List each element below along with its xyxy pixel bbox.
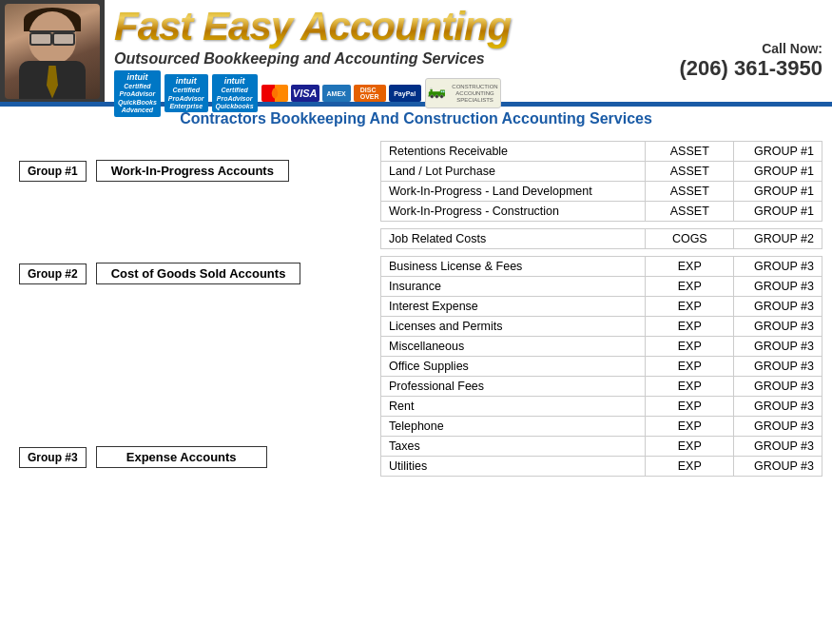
account-group: GROUP #3 [734,337,822,357]
account-name: Professional Fees [381,377,646,397]
account-group: GROUP #1 [734,142,822,162]
table-row: Office Supplies EXP GROUP #3 [381,357,822,377]
account-group: GROUP #3 [734,317,822,337]
table-row: Business License & Fees EXP GROUP #3 [381,257,822,277]
group1-label: Work-In-Progress Accounts [96,160,289,182]
svg-rect-9 [442,91,444,93]
table-row: Work-In-Progress - Land Development ASSE… [381,182,822,202]
account-type: EXP [646,457,734,477]
account-group: GROUP #3 [734,297,822,317]
svg-rect-4 [430,89,432,92]
account-type: EXP [646,337,734,357]
group1-badge: Group #1 [19,161,87,182]
intuit-badge-2: intuit CertifiedProAdvisorEnterprise [164,74,208,112]
account-name: Taxes [381,437,646,457]
accounts-table: Retentions Receivable ASSET GROUP #1Land… [380,141,822,477]
svg-point-5 [430,95,433,98]
account-name: Miscellaneous [381,337,646,357]
svg-point-6 [435,95,437,98]
site-header: Fast Easy Accounting Outsourced Bookkeep… [0,0,832,105]
profile-photo [0,0,105,102]
discover-icon: DISCOVER [354,85,386,102]
group3-badge: Group #3 [19,447,87,468]
account-name: Insurance [381,277,646,297]
account-name: Licenses and Permits [381,317,646,337]
account-name: Interest Expense [381,297,646,317]
call-label: Call Now: [680,41,822,56]
left-panel: Group #1 Work-In-Progress Accounts Group… [0,131,380,642]
account-type: COGS [646,229,734,249]
account-group: GROUP #1 [734,162,822,182]
account-group: GROUP #1 [734,182,822,202]
account-type: EXP [646,377,734,397]
account-name: Work-In-Progress - Land Development [381,182,646,202]
table-row: Taxes EXP GROUP #3 [381,437,822,457]
account-name: Utilities [381,457,646,477]
account-type: EXP [646,397,734,417]
table-row: Insurance EXP GROUP #3 [381,277,822,297]
tagline-text: Contractors Bookkeeping And Construction… [180,110,652,127]
account-type: ASSET [646,182,734,202]
account-name: Rent [381,397,646,417]
table-row: Licenses and Permits EXP GROUP #3 [381,317,822,337]
group-3-row: Group #3 Expense Accounts [19,446,361,468]
train-logo: CONSTRUCTIONACCOUNTINGSPECIALISTS [425,78,501,108]
account-type: EXP [646,277,734,297]
table-row: Job Related Costs COGS GROUP #2 [381,229,822,249]
table-row: Miscellaneous EXP GROUP #3 [381,337,822,357]
account-type: EXP [646,357,734,377]
call-number: (206) 361-3950 [680,56,822,81]
account-name: Business License & Fees [381,257,646,277]
visa-icon: VISA [291,85,319,102]
table-row: Utilities EXP GROUP #3 [381,457,822,477]
account-type: ASSET [646,142,734,162]
account-group: GROUP #3 [734,377,822,397]
account-type: EXP [646,437,734,457]
account-type: EXP [646,417,734,437]
table-row: Rent EXP GROUP #3 [381,397,822,417]
call-box: Call Now: (206) 361-3950 [670,41,822,81]
payment-icons: VISA AMEX DISCOVER PayPal [261,85,421,102]
group2-badge: Group #2 [19,263,87,284]
site-subtitle: Outsourced Bookkeeping and Accounting Se… [114,50,670,68]
table-row: Telephone EXP GROUP #3 [381,417,822,437]
paypal-icon: PayPal [389,85,421,102]
account-name: Land / Lot Purchase [381,162,646,182]
right-panel: Retentions Receivable ASSET GROUP #1Land… [380,131,832,642]
account-group: GROUP #2 [734,229,822,249]
account-group: GROUP #3 [734,257,822,277]
account-name: Job Related Costs [381,229,646,249]
account-name: Office Supplies [381,357,646,377]
account-type: ASSET [646,202,734,222]
account-name: Telephone [381,417,646,437]
account-group: GROUP #3 [734,397,822,417]
section-gap [381,249,822,257]
group3-label: Expense Accounts [96,446,267,468]
amex-icon: AMEX [322,85,351,102]
group-2-row: Group #2 Cost of Goods Sold Accounts [19,263,361,284]
site-title: Fast Easy Accounting [114,5,670,49]
account-name: Retentions Receivable [381,142,646,162]
main-content: Group #1 Work-In-Progress Accounts Group… [0,131,832,642]
account-group: GROUP #3 [734,277,822,297]
intuit-badge-3: intuit CertifiedProAdvisorQuickbooks [212,74,258,112]
svg-point-1 [271,88,283,100]
account-group: GROUP #3 [734,357,822,377]
account-group: GROUP #3 [734,437,822,457]
account-type: EXP [646,257,734,277]
intuit-badge-1: intuit CertifiedProAdvisorQuickBooksAdva… [114,70,161,116]
account-name: Work-In-Progress - Construction [381,202,646,222]
account-type: ASSET [646,162,734,182]
account-type: EXP [646,297,734,317]
mastercard-icon [261,85,288,102]
group2-label: Cost of Goods Sold Accounts [96,263,301,284]
svg-marker-10 [428,95,429,97]
table-row: Retentions Receivable ASSET GROUP #1 [381,142,822,162]
svg-point-7 [440,95,443,98]
table-row: Land / Lot Purchase ASSET GROUP #1 [381,162,822,182]
section-gap [381,222,822,229]
svg-rect-8 [440,91,442,93]
account-group: GROUP #3 [734,457,822,477]
header-content: Fast Easy Accounting Outsourced Bookkeep… [105,0,832,102]
table-row: Professional Fees EXP GROUP #3 [381,377,822,397]
